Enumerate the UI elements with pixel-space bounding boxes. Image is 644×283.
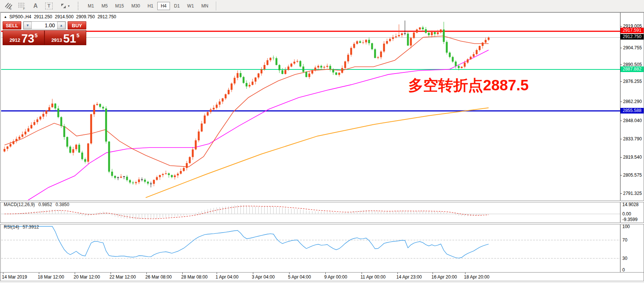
candle-body bbox=[255, 78, 257, 82]
tab-timeframe-m30[interactable]: M30 bbox=[128, 2, 143, 10]
candle-body bbox=[19, 137, 21, 139]
draw-hatch-icon[interactable]: E bbox=[4, 1, 13, 10]
candle-body bbox=[225, 94, 227, 98]
candle-body bbox=[198, 131, 200, 140]
price-axis-line[interactable] bbox=[620, 13, 620, 273]
candle-body bbox=[353, 44, 355, 48]
candle-body bbox=[464, 63, 466, 67]
candle-body bbox=[72, 149, 74, 153]
candle-body bbox=[105, 109, 107, 142]
candle-body bbox=[249, 85, 251, 86]
candle-body bbox=[452, 57, 454, 62]
candle-body bbox=[120, 177, 122, 178]
candle-body bbox=[171, 175, 173, 177]
candle-body bbox=[425, 29, 427, 33]
sell-button[interactable]: SELL bbox=[3, 21, 21, 29]
time-tick-mark bbox=[253, 273, 253, 274]
sell-price-prefix: 2912 bbox=[9, 37, 20, 43]
symbol-timeframe-label: SP500-,H4 bbox=[9, 14, 31, 19]
buy-button[interactable]: BUY bbox=[68, 21, 86, 29]
rsi-line bbox=[4, 226, 489, 258]
candle-body bbox=[407, 34, 409, 46]
tab-timeframe-m5[interactable]: M5 bbox=[98, 2, 111, 10]
time-axis-label: 9 Apr 00:00 bbox=[324, 274, 347, 280]
volume-decrease-button[interactable]: ▼ bbox=[24, 22, 32, 29]
candle-body bbox=[294, 62, 295, 63]
candle-body bbox=[350, 48, 352, 55]
time-tick-mark bbox=[217, 273, 217, 274]
toolbar-drag-handle[interactable] bbox=[78, 2, 80, 10]
candle-body bbox=[392, 37, 394, 39]
time-tick-mark bbox=[111, 273, 111, 274]
arrange-arrows-icon[interactable]: ▾ bbox=[58, 1, 72, 10]
ma-line bbox=[28, 50, 489, 200]
time-axis-label: 11 Apr 00:00 bbox=[360, 274, 386, 280]
candle-body bbox=[347, 55, 349, 62]
time-tick-mark bbox=[325, 273, 326, 274]
price-tick-label: 2805.575 bbox=[623, 172, 642, 178]
candle-body bbox=[84, 159, 86, 162]
rsi-axis-label: 70 bbox=[622, 238, 627, 243]
tab-timeframe-d1[interactable]: D1 bbox=[171, 2, 183, 10]
candle-body bbox=[111, 172, 113, 176]
main-price-panel[interactable]: 多空转折点2887.5 bbox=[1, 21, 620, 200]
tab-timeframe-w1[interactable]: W1 bbox=[184, 2, 197, 10]
text-box-icon[interactable]: T bbox=[44, 1, 54, 10]
svg-text:F: F bbox=[23, 7, 25, 10]
candle-body bbox=[240, 73, 242, 77]
volume-increase-button[interactable]: ▲ bbox=[57, 22, 65, 29]
candle-body bbox=[165, 173, 167, 174]
macd-panel[interactable] bbox=[1, 205, 620, 220]
price-marker-support-level: 2855.588 bbox=[620, 108, 644, 113]
candle-body bbox=[258, 74, 260, 78]
candle-body bbox=[40, 116, 41, 119]
sell-price-box[interactable]: 2912 73 5 bbox=[3, 31, 44, 45]
rsi-panel[interactable] bbox=[1, 226, 620, 258]
time-tick-mark bbox=[146, 273, 147, 274]
candle-body bbox=[132, 183, 134, 183]
candle-body bbox=[243, 77, 245, 83]
candle-body bbox=[449, 53, 451, 57]
price-tick-label: 2833.790 bbox=[623, 136, 642, 142]
candle-body bbox=[55, 103, 56, 108]
grid-pattern-icon[interactable]: F bbox=[17, 1, 27, 10]
candle-body bbox=[273, 58, 275, 58]
tab-timeframe-h4[interactable]: H4 bbox=[157, 2, 170, 10]
toolbar-separator bbox=[216, 1, 217, 10]
tab-timeframe-h1[interactable]: H1 bbox=[144, 2, 157, 10]
candle-body bbox=[297, 61, 298, 62]
letter-a-glyph: A bbox=[33, 3, 38, 9]
candle-body bbox=[168, 173, 170, 175]
candle-body bbox=[219, 102, 221, 105]
candle-body bbox=[437, 32, 439, 34]
macd-panel-separator[interactable] bbox=[0, 200, 644, 202]
text-label-icon[interactable]: A bbox=[31, 1, 40, 10]
timeframe-buttons: M1M5M15M30H1H4D1W1MN bbox=[84, 2, 212, 10]
candle-body bbox=[174, 175, 176, 177]
candle-body bbox=[58, 109, 59, 117]
volume-input[interactable] bbox=[32, 22, 57, 29]
candle-body bbox=[428, 33, 430, 35]
candlesticks[interactable] bbox=[4, 21, 490, 187]
chart-plot-area[interactable]: 多空转折点2887.5 bbox=[0, 0, 644, 283]
buy-price-box[interactable]: 2913 51 5 bbox=[45, 31, 86, 45]
time-tick-mark bbox=[397, 273, 398, 274]
time-axis-label: 3 Apr 04:00 bbox=[252, 274, 275, 280]
candle-body bbox=[309, 74, 310, 77]
candle-body bbox=[422, 28, 424, 29]
tab-timeframe-mn[interactable]: MN bbox=[198, 2, 212, 10]
price-tick-label: 2862.290 bbox=[623, 99, 642, 104]
candle-body bbox=[401, 33, 403, 35]
collapse-triangle-icon[interactable]: ▲ bbox=[4, 15, 7, 19]
tab-timeframe-m15[interactable]: M15 bbox=[112, 2, 127, 10]
toolbar: E F A T ▾ bbox=[0, 0, 644, 12]
svg-text:E: E bbox=[10, 7, 12, 10]
rsi-panel-separator[interactable] bbox=[0, 223, 644, 224]
candle-body bbox=[431, 32, 433, 35]
candle-body bbox=[52, 103, 53, 107]
candle-body bbox=[261, 69, 263, 74]
candle-body bbox=[285, 70, 287, 74]
tab-timeframe-m1[interactable]: M1 bbox=[84, 2, 97, 10]
candle-body bbox=[66, 137, 68, 147]
candle-body bbox=[228, 90, 230, 94]
